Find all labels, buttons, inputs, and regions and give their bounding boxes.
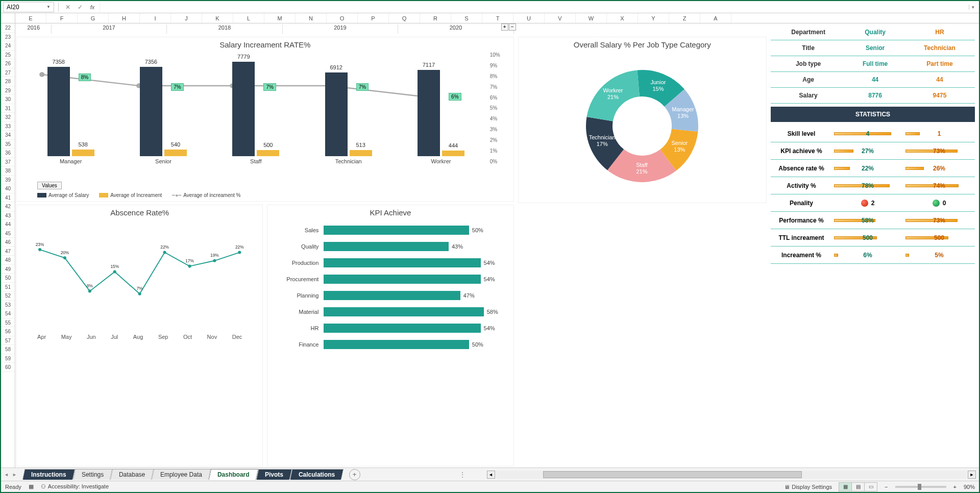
- row-header[interactable]: 51: [1, 283, 15, 292]
- row-header[interactable]: 28: [1, 77, 15, 86]
- column-header[interactable]: Y: [638, 13, 669, 23]
- row-header[interactable]: 27: [1, 68, 15, 78]
- row-header[interactable]: 40: [1, 184, 15, 193]
- zoom-out-icon[interactable]: −: [885, 484, 888, 490]
- macro-record-icon[interactable]: ▦: [29, 483, 34, 490]
- row-header[interactable]: 45: [1, 229, 15, 238]
- row-header[interactable]: 38: [1, 166, 15, 176]
- column-header[interactable]: K: [202, 13, 233, 23]
- column-header[interactable]: V: [545, 13, 576, 23]
- timeline-expand-icon[interactable]: +: [501, 23, 508, 31]
- add-sheet-button[interactable]: +: [349, 469, 360, 480]
- horizontal-scrollbar[interactable]: ◄ ►: [487, 471, 976, 479]
- kpi-achieve-chart[interactable]: KPI Achieve Sales50%Quality43%Production…: [267, 205, 513, 466]
- row-header[interactable]: 56: [1, 327, 15, 336]
- sheet-tab[interactable]: Settings: [72, 469, 112, 480]
- zoom-level[interactable]: 90%: [964, 484, 975, 490]
- row-header[interactable]: 32: [1, 113, 15, 122]
- row-header[interactable]: 41: [1, 193, 15, 203]
- page-break-view-icon[interactable]: ▭: [864, 482, 877, 491]
- row-header[interactable]: 58: [1, 345, 15, 354]
- row-header[interactable]: 47: [1, 247, 15, 256]
- column-header[interactable]: A: [700, 13, 731, 23]
- tab-split-icon[interactable]: ⋮: [459, 471, 465, 478]
- row-header[interactable]: 22: [1, 23, 15, 33]
- cancel-formula-icon[interactable]: ✕: [63, 4, 73, 11]
- row-header[interactable]: 29: [1, 86, 15, 95]
- zoom-in-icon[interactable]: +: [953, 484, 957, 490]
- column-header[interactable]: Z: [669, 13, 700, 23]
- row-header[interactable]: 24: [1, 41, 15, 51]
- scroll-left-icon[interactable]: ◄: [487, 471, 495, 479]
- column-header[interactable]: F: [46, 13, 78, 23]
- timeline-year[interactable]: 2019: [283, 24, 399, 34]
- confirm-formula-icon[interactable]: ✓: [75, 4, 85, 11]
- salary-chart[interactable]: Salary Increament RATE% 7358538Manager8%…: [16, 37, 514, 202]
- row-header[interactable]: 52: [1, 291, 15, 301]
- absence-chart[interactable]: Abscence Rate% 23%20%8%15%7%22%17%19%22%…: [16, 205, 263, 466]
- column-header[interactable]: S: [451, 13, 482, 23]
- donut-chart[interactable]: Overall Salary % Per Job Type Category J…: [518, 37, 767, 203]
- row-header[interactable]: 48: [1, 256, 15, 265]
- sheet-tab[interactable]: Dashboard: [209, 469, 258, 480]
- timeline-year[interactable]: 2016: [16, 24, 52, 34]
- row-header[interactable]: 44: [1, 220, 15, 229]
- sheet-tab[interactable]: Calculations: [290, 469, 344, 480]
- row-header[interactable]: 37: [1, 158, 15, 167]
- row-header[interactable]: 25: [1, 51, 15, 60]
- row-header[interactable]: 46: [1, 238, 15, 247]
- row-header[interactable]: 55: [1, 318, 15, 328]
- column-header[interactable]: M: [264, 13, 296, 23]
- sheet-tab[interactable]: Instructions: [22, 469, 75, 480]
- page-layout-view-icon[interactable]: ▤: [851, 482, 865, 491]
- column-header[interactable]: U: [513, 13, 545, 23]
- zoom-thumb[interactable]: [918, 484, 921, 490]
- scroll-right-icon[interactable]: ►: [968, 471, 976, 479]
- normal-view-icon[interactable]: ▦: [839, 482, 852, 491]
- worksheet[interactable]: 20162017201820192020 + − Salary Increame…: [15, 23, 979, 467]
- column-header[interactable]: P: [358, 13, 389, 23]
- row-header[interactable]: 30: [1, 95, 15, 104]
- name-box-dropdown-icon[interactable]: ▼: [46, 5, 51, 9]
- row-header[interactable]: 26: [1, 59, 15, 68]
- sheet-tab[interactable]: Pivots: [256, 469, 292, 480]
- expand-formula-bar-icon[interactable]: ▾: [969, 5, 977, 10]
- column-header[interactable]: E: [15, 13, 46, 23]
- row-header[interactable]: 50: [1, 274, 15, 283]
- column-header[interactable]: X: [607, 13, 638, 23]
- timeline-year[interactable]: 2018: [167, 24, 283, 34]
- column-header[interactable]: L: [233, 13, 264, 23]
- column-header[interactable]: T: [482, 13, 513, 23]
- tab-nav-prev-icon[interactable]: ◄: [4, 472, 11, 477]
- scroll-track[interactable]: [496, 471, 967, 479]
- column-header[interactable]: R: [420, 13, 451, 23]
- scroll-thumb[interactable]: [543, 471, 802, 478]
- accessibility-status[interactable]: ⚇Accessibility: Investigate: [41, 483, 109, 490]
- column-header[interactable]: N: [296, 13, 327, 23]
- row-header[interactable]: 35: [1, 140, 15, 149]
- column-header[interactable]: J: [171, 13, 202, 23]
- sheet-tab[interactable]: Employee Data: [152, 469, 211, 480]
- row-header[interactable]: 23: [1, 33, 15, 42]
- row-header[interactable]: 34: [1, 131, 15, 140]
- fx-icon[interactable]: fx: [87, 4, 97, 10]
- column-header[interactable]: I: [140, 13, 171, 23]
- row-header[interactable]: 42: [1, 202, 15, 211]
- row-header[interactable]: 57: [1, 336, 15, 346]
- row-header[interactable]: 43: [1, 211, 15, 220]
- display-settings-button[interactable]: 🖥Display Settings: [784, 484, 832, 490]
- column-header[interactable]: H: [109, 13, 140, 23]
- row-header[interactable]: 59: [1, 354, 15, 363]
- name-box[interactable]: AI20 ▼: [3, 2, 54, 12]
- formula-input[interactable]: [100, 2, 967, 12]
- sheet-tab[interactable]: Database: [110, 469, 154, 480]
- row-header[interactable]: 39: [1, 176, 15, 185]
- timeline-collapse-icon[interactable]: −: [509, 23, 516, 31]
- column-header[interactable]: O: [327, 13, 358, 23]
- column-header[interactable]: W: [576, 13, 607, 23]
- zoom-slider[interactable]: [895, 486, 946, 488]
- row-header[interactable]: 53: [1, 301, 15, 310]
- timeline-year[interactable]: 2020: [398, 24, 514, 34]
- column-header[interactable]: Q: [389, 13, 420, 23]
- values-button[interactable]: Values: [37, 182, 62, 189]
